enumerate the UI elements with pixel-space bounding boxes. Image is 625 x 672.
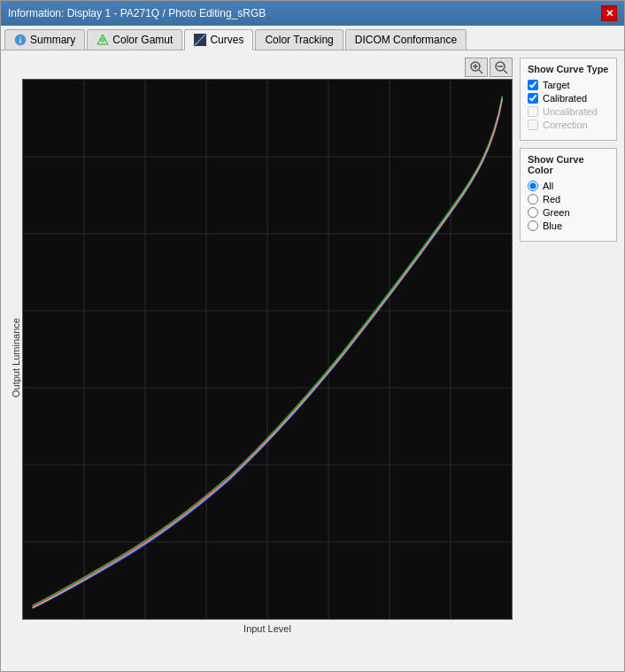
checkbox-target-label: Target: [543, 80, 570, 90]
content-area: Output Luminance: [1, 50, 624, 645]
right-panel: Show Curve Type Target Calibrated Uncali…: [520, 58, 617, 637]
svg-point-3: [100, 37, 105, 42]
radio-red-label: Red: [543, 194, 560, 205]
chart-area: Output Luminance: [8, 58, 513, 637]
tab-summary-label: Summary: [30, 34, 75, 46]
tabs-bar: i Summary Color Gamut Curves: [1, 26, 624, 50]
checkbox-uncalibrated-label: Uncalibrated: [543, 106, 598, 117]
checkbox-calibrated[interactable]: Calibrated: [528, 93, 609, 104]
radio-green[interactable]: Green: [528, 207, 609, 218]
checkbox-correction: Correction: [528, 120, 609, 130]
tab-dicom-label: DICOM Conformance: [355, 34, 457, 46]
window-title: Information: Display 1 - PA271Q / Photo …: [8, 7, 266, 19]
show-curve-color-title: Show Curve Color: [528, 154, 609, 175]
tab-color-gamut-label: Color Gamut: [112, 34, 173, 46]
chart-svg-area: [22, 79, 513, 620]
radio-red-input[interactable]: [528, 194, 538, 205]
radio-green-input[interactable]: [528, 207, 538, 218]
checkbox-calibrated-input[interactable]: [528, 93, 538, 104]
show-curve-type-title: Show Curve Type: [528, 64, 609, 74]
radio-blue[interactable]: Blue: [528, 220, 609, 231]
tab-color-gamut[interactable]: Color Gamut: [87, 29, 182, 50]
curves-icon: [194, 34, 206, 46]
main-window: Information: Display 1 - PA271Q / Photo …: [0, 0, 625, 672]
bottom-padding: [1, 645, 624, 671]
checkbox-calibrated-label: Calibrated: [543, 93, 587, 104]
checkbox-correction-label: Correction: [543, 120, 588, 130]
svg-text:i: i: [19, 36, 22, 45]
radio-all[interactable]: All: [528, 181, 609, 191]
zoom-in-button[interactable]: [465, 58, 488, 77]
tab-curves-label: Curves: [210, 34, 243, 46]
y-axis-label: Output Luminance: [8, 79, 22, 637]
tab-dicom[interactable]: DICOM Conformance: [345, 29, 467, 50]
chart-wrapper: Output Luminance: [8, 79, 513, 637]
close-button[interactable]: ✕: [601, 5, 617, 21]
show-curve-type-group: Show Curve Type Target Calibrated Uncali…: [520, 58, 617, 141]
radio-all-label: All: [543, 181, 553, 191]
tab-color-tracking-label: Color Tracking: [265, 34, 333, 46]
radio-blue-label: Blue: [543, 220, 562, 231]
radio-red[interactable]: Red: [528, 194, 609, 205]
show-curve-color-group: Show Curve Color All Red Green Blue: [520, 148, 617, 242]
radio-blue-input[interactable]: [528, 220, 538, 231]
svg-line-6: [479, 70, 482, 73]
gamut-icon: [96, 34, 109, 46]
chart-container: Input Level: [22, 79, 513, 637]
radio-green-label: Green: [543, 207, 570, 218]
title-bar: Information: Display 1 - PA271Q / Photo …: [1, 1, 624, 26]
chart-toolbar: [8, 58, 513, 77]
radio-all-input[interactable]: [528, 181, 538, 191]
zoom-out-button[interactable]: [490, 58, 513, 77]
tab-curves[interactable]: Curves: [184, 29, 253, 50]
tab-summary[interactable]: i Summary: [4, 29, 85, 50]
checkbox-target[interactable]: Target: [528, 80, 609, 90]
checkbox-target-input[interactable]: [528, 80, 538, 90]
tab-color-tracking[interactable]: Color Tracking: [255, 29, 343, 50]
svg-line-10: [504, 70, 507, 73]
checkbox-correction-input: [528, 120, 538, 130]
checkbox-uncalibrated: Uncalibrated: [528, 106, 609, 117]
info-icon: i: [14, 34, 27, 46]
x-axis-label: Input Level: [22, 620, 513, 637]
checkbox-uncalibrated-input: [528, 106, 538, 117]
